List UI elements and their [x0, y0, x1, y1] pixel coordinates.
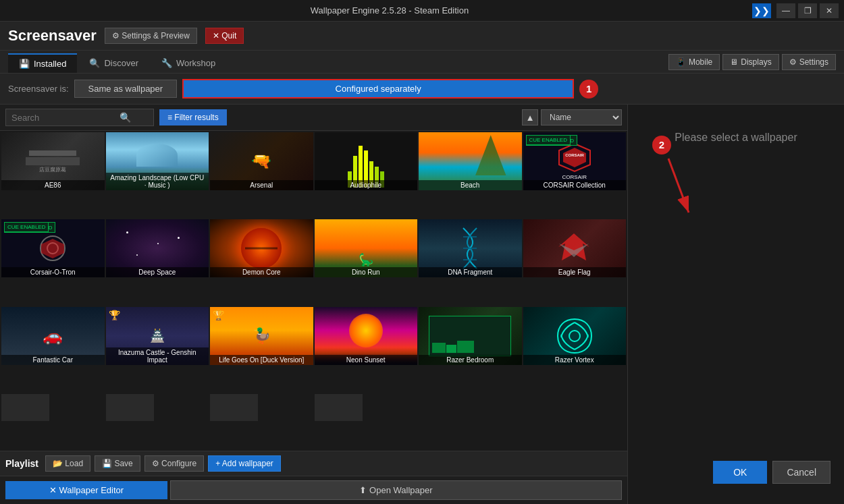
wallpaper-item-ae86[interactable]: 店豆腐原葛 AE86 — [1, 132, 105, 190]
filter-results-button[interactable]: ≡ Filter results — [159, 109, 227, 125]
playlist-save-button[interactable]: 💾 Save — [95, 455, 140, 472]
title-bar: Wallpaper Engine 2.5.28 - Steam Edition … — [0, 0, 844, 22]
playlist-label: Playlist — [5, 458, 38, 469]
wallpaper-label: Dino Run — [315, 267, 418, 277]
body-split: 🔍 ≡ Filter results ▲ Name Date Added Rat… — [0, 105, 844, 504]
wallpaper-label: Arsenal — [210, 180, 313, 190]
quit-button[interactable]: ✕ Quit — [205, 28, 244, 44]
wallpaper-item-eagle[interactable]: Eagle Flag — [523, 219, 627, 277]
tab-workshop[interactable]: 🔧 Workshop — [151, 53, 226, 73]
search-input[interactable] — [11, 113, 120, 123]
right-panel: Please select a wallpaper 2 OK Cancel — [628, 105, 844, 504]
wallpaper-item-lifegoes[interactable]: 🦆 🏆Life Goes On [Duck Version] — [210, 307, 313, 365]
wallpaper-label: Deep Space — [106, 267, 209, 277]
wallpaper-item-partial[interactable] — [315, 394, 363, 421]
wallpaper-item-corsair[interactable]: ⚙CUE ENABLED CORSAIR CORSAIR CUE ENABLED… — [523, 132, 627, 190]
sort-direction-button[interactable]: ▲ — [522, 109, 538, 125]
wallpaper-item-arsenal[interactable]: 🔫 Arsenal — [210, 132, 313, 190]
wallpaper-label: Neon Sunset — [315, 355, 418, 365]
window-title: Wallpaper Engine 2.5.28 - Steam Edition — [27, 5, 752, 16]
wallpaper-label: AE86 — [1, 180, 105, 190]
wallpaper-label: Audiophile — [315, 180, 418, 190]
wallpaper-label: CORSAIR Collection — [523, 180, 627, 190]
left-panel: 🔍 ≡ Filter results ▲ Name Date Added Rat… — [0, 105, 628, 504]
wallpaper-item-beach[interactable]: Beach — [419, 132, 522, 190]
settings-button[interactable]: ⚙ Settings — [782, 54, 836, 70]
main-container: Screensaver ⚙ Settings & Preview ✕ Quit … — [0, 22, 844, 504]
screensaver-is-label: Screensaver is: — [8, 84, 69, 94]
discover-icon: 🔍 — [89, 58, 100, 68]
wallpaper-item-dna[interactable]: DNA Fragment — [419, 219, 522, 277]
wallpaper-label: Eagle Flag — [523, 267, 627, 277]
wallpaper-editor-button[interactable]: ✕ Wallpaper Editor — [5, 481, 167, 499]
configured-separately-button[interactable]: Configured separately — [182, 79, 574, 99]
wallpaper-item-audiophile[interactable]: Audiophile — [315, 132, 418, 190]
expand-btn[interactable]: ❯❯ — [752, 3, 771, 18]
playlist-add-button[interactable]: + Add wallpaper — [208, 455, 281, 472]
mobile-button[interactable]: 📱 Mobile — [668, 54, 720, 70]
open-wallpaper-button[interactable]: ⬆ Open Wallpaper — [170, 480, 622, 500]
playlist-configure-button[interactable]: ⚙ Configure — [144, 455, 204, 472]
wallpaper-label: Razer Bedroom — [419, 355, 522, 365]
cancel-button[interactable]: Cancel — [772, 461, 830, 484]
trophy-icon: 🏆 — [109, 310, 120, 320]
please-select-text: Please select a wallpaper — [675, 132, 797, 144]
playlist-load-button[interactable]: 📂 Load — [45, 455, 90, 472]
svg-marker-1 — [563, 148, 586, 167]
svg-point-9 — [569, 331, 580, 341]
search-container: 🔍 — [5, 109, 154, 126]
right-bottom-buttons: OK Cancel — [641, 461, 830, 491]
wallpaper-item-demoncore[interactable]: Demon Core — [210, 219, 313, 277]
annotation-badge-1: 1 — [579, 80, 598, 99]
settings-icon: ⚙ — [789, 57, 797, 67]
sort-select[interactable]: Name Date Added Rating — [541, 109, 622, 125]
svg-text:CORSAIR: CORSAIR — [565, 153, 584, 157]
svg-text:2: 2 — [659, 139, 664, 150]
arrow-annotation-2: 2 — [628, 105, 844, 504]
settings-preview-button[interactable]: ⚙ Settings & Preview — [105, 28, 197, 44]
wallpaper-item-partial[interactable] — [106, 394, 154, 421]
workshop-icon: 🔧 — [161, 58, 172, 68]
wallpaper-item-dinorun[interactable]: 🦕 Dino Run — [315, 219, 418, 277]
tab-discover[interactable]: 🔍 Discover — [78, 53, 149, 73]
search-icon-button[interactable]: 🔍 — [120, 112, 131, 123]
wallpaper-item-razerbedroom[interactable]: Razer Bedroom — [419, 307, 522, 365]
playlist-bar: Playlist 📂 Load 💾 Save ⚙ Configure + Add… — [0, 451, 627, 476]
app-header: Screensaver ⚙ Settings & Preview ✕ Quit — [0, 22, 844, 51]
wallpaper-item-partial[interactable] — [210, 394, 258, 421]
wallpaper-item-razervortex[interactable]: Razer Vortex — [523, 307, 627, 365]
nav-right-buttons: 📱 Mobile 🖥 Displays ⚙ Settings — [668, 54, 836, 73]
wallpaper-label: Inazuma Castle - Genshin Impact — [106, 347, 209, 365]
wallpaper-label: Beach — [419, 180, 522, 190]
wallpaper-item-landscape[interactable]: Amazing Landscape (Low CPU · Music ) — [106, 132, 209, 190]
wallpaper-label: Corsair-O-Tron — [1, 267, 105, 277]
cue-badge: CUE ENABLED — [4, 222, 49, 232]
wallpaper-label: Razer Vortex — [523, 355, 627, 365]
same-as-wallpaper-button[interactable]: Same as wallpaper — [74, 80, 178, 98]
wallpaper-item-partial[interactable] — [1, 394, 49, 421]
wallpaper-item-inazuma[interactable]: 🏯 🏆Inazuma Castle - Genshin Impact — [106, 307, 209, 365]
tab-installed[interactable]: 💾 Installed — [8, 53, 77, 73]
wallpaper-label: DNA Fragment — [419, 267, 522, 277]
displays-icon: 🖥 — [730, 57, 738, 67]
minimize-btn[interactable]: — — [776, 3, 795, 18]
restore-btn[interactable]: ❐ — [798, 3, 817, 18]
displays-button[interactable]: 🖥 Displays — [722, 54, 779, 70]
ok-button[interactable]: OK — [713, 461, 767, 484]
wallpaper-grid: 店豆腐原葛 AE86 Amazing Landscape (Low CPU · … — [0, 131, 627, 451]
wallpaper-label: Life Goes On [Duck Version] — [210, 355, 313, 365]
nav-row: 💾 Installed 🔍 Discover 🔧 Workshop 📱 Mobi… — [0, 51, 844, 74]
sort-row: ▲ Name Date Added Rating — [522, 109, 622, 125]
cue-badge: CUE ENABLED — [526, 135, 571, 145]
app-title: Screensaver — [8, 27, 97, 45]
search-filter-row: 🔍 ≡ Filter results ▲ Name Date Added Rat… — [0, 105, 627, 131]
wallpaper-item-fantasticcar[interactable]: 🚗 Fantastic Car — [1, 307, 105, 365]
nav-tabs: 💾 Installed 🔍 Discover 🔧 Workshop — [8, 53, 226, 73]
bottom-bar: ✕ Wallpaper Editor ⬆ Open Wallpaper — [0, 476, 627, 504]
wallpaper-item-corsairo[interactable]: ⚙CUE ENABLED CUE ENABLEDCorsair-O-Tron — [1, 219, 105, 277]
close-btn[interactable]: ✕ — [820, 3, 839, 18]
wallpaper-item-neonsunset[interactable]: Neon Sunset — [315, 307, 418, 365]
svg-line-13 — [668, 159, 689, 213]
wallpaper-item-deepspace[interactable]: Deep Space — [106, 219, 209, 277]
wallpaper-label: Amazing Landscape (Low CPU · Music ) — [106, 173, 209, 190]
